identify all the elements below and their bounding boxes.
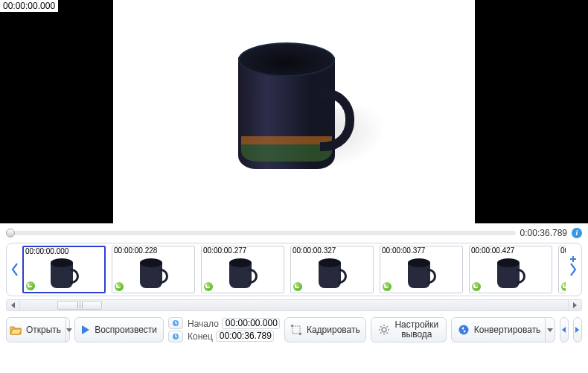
convert-dropdown[interactable] (545, 318, 554, 342)
svg-rect-4 (293, 326, 300, 334)
preview-pillar-right (475, 0, 588, 223)
main-toolbar: Открыть Воспроизвести Начало 00:00:00.00… (6, 317, 582, 342)
thumbnail-item[interactable]: 00:00:00.427 (469, 246, 552, 293)
scroll-thumb[interactable] (57, 301, 102, 310)
preview-timestamp: 00:00:00.000 (0, 0, 58, 12)
set-start-marker-button[interactable] (168, 317, 183, 329)
info-icon[interactable]: i (572, 228, 582, 238)
svg-line-12 (380, 326, 382, 328)
thumbnail-time: 00:00:00.000 (24, 247, 70, 256)
frame-ok-icon (204, 282, 213, 291)
progress-thumb[interactable] (6, 229, 15, 237)
svg-line-13 (387, 333, 389, 334)
thumbnail-item[interactable]: 00:00:00.228 (112, 246, 195, 293)
open-label: Открыть (26, 325, 61, 335)
frame-ok-icon (115, 282, 124, 291)
play-button[interactable]: Воспроизвести (74, 317, 164, 342)
preview-frame[interactable] (113, 0, 475, 223)
crop-label: Кадрировать (307, 325, 360, 335)
nav-prev-button[interactable] (560, 317, 569, 342)
thumbnail-time: 00:00:00.228 (112, 246, 159, 255)
frame-ok-icon (293, 282, 302, 291)
thumbnail-strip: 00:00:00.000 00:00:00.228 00:00:00.277 0… (6, 243, 582, 296)
thumbnail-scrollbar[interactable] (6, 299, 582, 311)
crop-icon (290, 324, 302, 336)
svg-line-15 (380, 333, 382, 334)
play-label: Воспроизвести (95, 325, 157, 335)
frame-ok-icon (472, 282, 481, 291)
thumbnail-item[interactable]: 00:00:00.377 (380, 246, 463, 293)
thumbnail-time: 00:00:00.327 (291, 246, 337, 255)
time-range-panel: Начало 00:00:00.000 Конец 00:00:36.789 (188, 317, 280, 342)
thumbnail-time: 00:00:00.377 (380, 246, 426, 255)
thumbnail-item[interactable]: 00:00:00.327 (290, 246, 374, 293)
thumbnail-list: 00:00:00.000 00:00:00.228 00:00:00.277 0… (22, 246, 566, 293)
output-settings-button[interactable]: Настройкивывода (371, 317, 447, 342)
play-icon (81, 324, 90, 336)
frame-ok-icon (383, 282, 392, 291)
frame-ok-icon (26, 281, 35, 290)
marker-end-icon (172, 331, 179, 342)
scroll-right-button[interactable] (568, 300, 581, 310)
nav-next-button[interactable] (573, 317, 582, 342)
svg-rect-6 (299, 333, 301, 335)
svg-rect-5 (291, 325, 293, 327)
folder-open-icon (10, 324, 22, 336)
progress-slider[interactable] (6, 231, 516, 235)
total-duration-label: 0:00:36.789 (520, 228, 567, 238)
svg-line-14 (387, 326, 389, 328)
gear-icon (378, 324, 390, 336)
thumbnail-item[interactable]: 00:0 (558, 246, 566, 293)
preview-content-mug (238, 48, 350, 175)
open-dropdown[interactable] (65, 318, 72, 342)
start-time-label: Начало (188, 319, 219, 329)
thumbnail-time: 00:00:00.277 (202, 246, 248, 255)
preview-pillar-left (0, 0, 113, 223)
frame-ok-icon (561, 282, 566, 291)
thumbnail-item[interactable]: 00:00:00.000 (22, 246, 106, 293)
marker-start-icon (172, 317, 179, 329)
start-time-value[interactable]: 00:00:00.000 (222, 318, 280, 329)
thumb-next-button[interactable] (567, 246, 579, 293)
scroll-left-button[interactable] (7, 300, 20, 310)
end-time-label: Конец (188, 331, 213, 342)
video-preview-area: 00:00:00.000 (0, 0, 588, 223)
convert-icon (458, 324, 470, 336)
convert-label: Конвертировать (474, 325, 541, 335)
thumbnail-time: 00:00:00.427 (470, 246, 516, 255)
end-time-value[interactable]: 00:00:36.789 (216, 331, 274, 342)
thumbnail-item[interactable]: 00:00:00.277 (201, 246, 284, 293)
convert-button[interactable]: Конвертировать (451, 317, 555, 342)
thumb-prev-button[interactable] (9, 246, 21, 293)
svg-point-16 (458, 325, 468, 335)
open-button[interactable]: Открыть (6, 317, 70, 342)
set-end-marker-button[interactable] (168, 331, 183, 342)
output-settings-label: Настройкивывода (394, 320, 438, 339)
thumbnail-time: 00:0 (559, 246, 566, 255)
crop-button[interactable]: Кадрировать (284, 317, 366, 342)
scroll-track[interactable] (20, 300, 568, 310)
svg-point-7 (382, 328, 386, 332)
